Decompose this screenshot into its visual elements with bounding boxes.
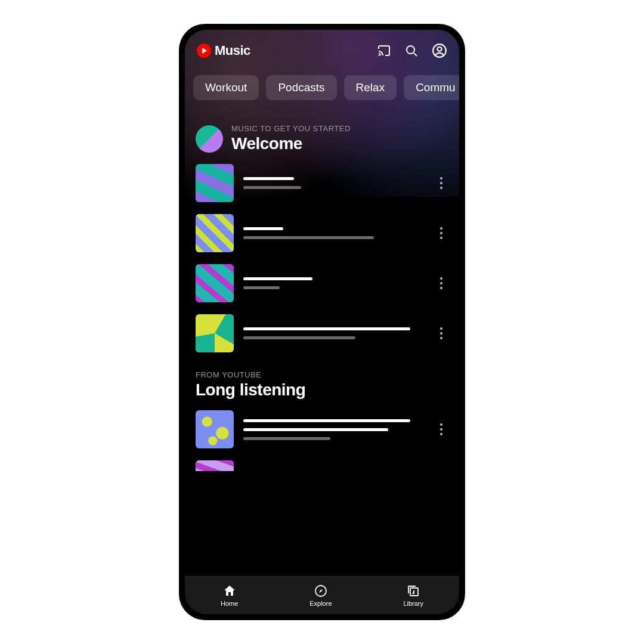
more-options-icon[interactable] xyxy=(434,423,448,435)
section-kicker: MUSIC TO GET YOU STARTED xyxy=(231,124,351,133)
svg-line-2 xyxy=(414,53,417,56)
chip-workout[interactable]: Workout xyxy=(193,75,259,100)
long-listening-list xyxy=(185,410,459,471)
app-logo[interactable]: Music xyxy=(197,43,250,58)
home-icon xyxy=(222,584,237,598)
track-text-placeholder xyxy=(243,327,425,339)
bottom-navigation: Home Explore Library xyxy=(185,576,459,614)
chip-relax[interactable]: Relax xyxy=(344,75,397,100)
chip-podcasts[interactable]: Podcasts xyxy=(266,75,336,100)
nav-label: Library xyxy=(403,600,423,607)
account-icon[interactable] xyxy=(432,43,447,58)
track-thumbnail xyxy=(196,460,234,471)
app-header: Music xyxy=(185,30,459,64)
more-options-icon[interactable] xyxy=(434,177,448,189)
list-item[interactable] xyxy=(196,164,448,202)
nav-library[interactable]: Library xyxy=(403,584,423,607)
more-options-icon[interactable] xyxy=(434,227,448,239)
track-thumbnail xyxy=(196,314,234,352)
svg-point-0 xyxy=(379,55,380,56)
chip-commute[interactable]: Commu xyxy=(404,75,459,100)
play-logo-icon xyxy=(197,44,211,58)
list-item[interactable] xyxy=(196,460,448,471)
cast-icon[interactable] xyxy=(377,44,391,58)
welcome-list xyxy=(185,164,459,352)
section-header-long-listening[interactable]: FROM YOUTUBE Long listening xyxy=(185,352,459,410)
category-chip-row[interactable]: Workout Podcasts Relax Commu xyxy=(185,64,459,106)
app-name: Music xyxy=(215,43,250,58)
more-options-icon[interactable] xyxy=(434,277,448,289)
list-item[interactable] xyxy=(196,410,448,448)
svg-point-8 xyxy=(413,592,414,594)
section-avatar-icon xyxy=(196,125,223,153)
header-actions xyxy=(377,43,447,58)
svg-marker-6 xyxy=(319,589,323,593)
nav-home[interactable]: Home xyxy=(221,584,238,607)
nav-explore[interactable]: Explore xyxy=(309,584,332,607)
track-text-placeholder xyxy=(243,419,425,440)
track-text-placeholder xyxy=(243,277,425,289)
section-header-welcome[interactable]: MUSIC TO GET YOU STARTED Welcome xyxy=(185,124,459,164)
search-icon[interactable] xyxy=(404,44,419,58)
section-title: Welcome xyxy=(231,134,351,153)
track-text-placeholder xyxy=(243,177,425,189)
svg-point-4 xyxy=(437,47,441,51)
list-item[interactable] xyxy=(196,314,448,352)
track-text-placeholder xyxy=(243,227,425,239)
list-item[interactable] xyxy=(196,214,448,252)
svg-point-1 xyxy=(407,46,414,54)
list-item[interactable] xyxy=(196,264,448,302)
track-thumbnail xyxy=(196,214,234,252)
nav-label: Explore xyxy=(309,600,332,607)
more-options-icon[interactable] xyxy=(434,327,448,339)
library-icon xyxy=(406,584,420,598)
phone-screen: Music xyxy=(185,30,459,614)
track-thumbnail xyxy=(196,410,234,448)
section-kicker: FROM YOUTUBE xyxy=(196,370,305,379)
main-content[interactable]: MUSIC TO GET YOU STARTED Welcome xyxy=(185,106,459,576)
compass-icon xyxy=(314,584,328,598)
phone-frame: Music xyxy=(179,24,465,620)
track-thumbnail xyxy=(196,164,234,202)
section-title: Long listening xyxy=(196,380,305,400)
track-thumbnail xyxy=(196,264,234,302)
nav-label: Home xyxy=(221,600,238,607)
